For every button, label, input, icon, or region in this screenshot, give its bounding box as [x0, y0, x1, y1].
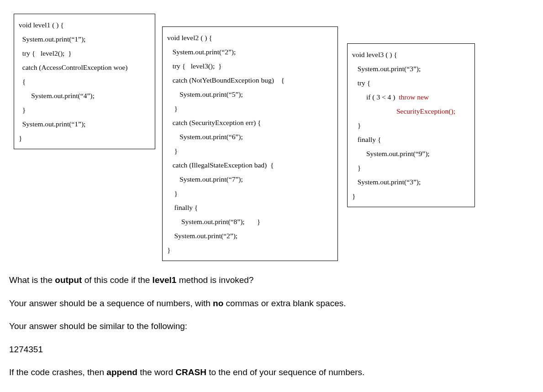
code-box-level1: void level1 ( ) { System.out.print(“1”);…	[14, 14, 155, 149]
code-line: System.out.print(“5”);	[167, 87, 333, 101]
code-line: void level2 ( ) {	[167, 31, 333, 45]
question-line-3: Your answer should be similar to the fol…	[9, 320, 534, 333]
code-line: }	[167, 101, 333, 115]
code-line: finally {	[167, 200, 333, 214]
code-line: System.out.print(“2”);	[167, 45, 333, 59]
text-fragment-bold: output	[55, 275, 82, 285]
code-line: try {	[352, 76, 470, 90]
code-line: }	[19, 131, 150, 145]
code-line: System.out.print(“7”);	[167, 172, 333, 186]
text-fragment: to the end of your sequence of numbers.	[206, 367, 364, 377]
code-line: if ( 3 < 4 ) throw new	[352, 90, 470, 104]
code-boxes-container: void level1 ( ) { System.out.print(“1”);…	[9, 9, 534, 256]
code-line: System.out.print(“6”);	[167, 130, 333, 144]
code-line: finally {	[352, 132, 470, 146]
code-line: try { level3(); }	[167, 59, 333, 73]
code-line: }	[167, 243, 333, 257]
text-fragment-bold: CRASH	[175, 367, 206, 377]
code-box-level2: void level2 ( ) { System.out.print(“2”);…	[162, 26, 338, 261]
code-fragment: if ( 3 < 4 )	[352, 93, 399, 101]
question-line-2: Your answer should be a sequence of numb…	[9, 297, 534, 310]
code-line: {	[19, 74, 150, 89]
code-line: try { level2(); }	[19, 46, 150, 60]
code-line: System.out.print(“1”);	[19, 117, 150, 131]
code-line: }	[352, 118, 470, 132]
text-fragment: commas or extra blank spaces.	[223, 298, 346, 308]
code-line: System.out.print(“4”);	[19, 89, 150, 103]
text-fragment-bold: append	[106, 367, 137, 377]
text-fragment: Your answer should be a sequence of numb…	[9, 298, 213, 308]
code-line: catch (NotYetBoundException bug) {	[167, 73, 333, 87]
text-fragment: of this code if the	[82, 275, 152, 285]
code-line: }	[167, 144, 333, 158]
code-line: }	[352, 189, 470, 203]
code-line: System.out.print(“2”);	[167, 229, 333, 243]
code-line: System.out.print(“3”);	[352, 175, 470, 189]
code-line: System.out.print(“9”);	[352, 146, 470, 161]
text-fragment-bold: level1	[153, 275, 177, 285]
question-line-5: If the code crashes, then append the wor…	[9, 366, 534, 379]
question-example-answer: 1274351	[9, 343, 534, 356]
code-line: void level3 ( ) {	[352, 47, 470, 62]
code-line: System.out.print(“8”); }	[167, 214, 333, 229]
code-line: void level1 ( ) {	[19, 18, 150, 32]
code-line: System.out.print(“3”);	[352, 62, 470, 76]
code-line-highlight: SecurityException();	[352, 104, 470, 118]
text-fragment: the word	[137, 367, 175, 377]
code-line: }	[19, 103, 150, 117]
text-fragment: What is the	[9, 275, 55, 285]
code-line: System.out.print(“1”);	[19, 32, 150, 46]
text-fragment: method is invoked?	[176, 275, 253, 285]
question-line-1: What is the output of this code if the l…	[9, 274, 534, 287]
code-box-level3: void level3 ( ) { System.out.print(“3”);…	[347, 43, 475, 207]
code-line: catch (SecurityException err) {	[167, 115, 333, 130]
code-line: catch (AccessControlException woe)	[19, 60, 150, 74]
text-fragment: If the code crashes, then	[9, 367, 106, 377]
text-fragment-bold: no	[213, 298, 223, 308]
code-fragment-highlight: throw new	[399, 93, 429, 101]
code-line: }	[167, 186, 333, 200]
question-text: What is the output of this code if the l…	[9, 274, 534, 379]
code-line: catch (IllegalStateException bad) {	[167, 158, 333, 172]
code-line: }	[352, 161, 470, 175]
